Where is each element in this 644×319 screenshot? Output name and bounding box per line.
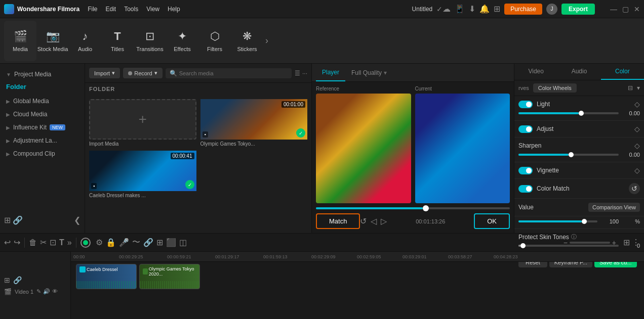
track-mute-icon[interactable]: 🔊 <box>43 288 50 295</box>
sidebar-link-btn[interactable]: 🔗 <box>13 215 23 225</box>
sidebar-add-btn[interactable]: ⊞ <box>4 215 11 225</box>
import-media-tile[interactable]: + Import Media <box>89 99 196 147</box>
purchase-button[interactable]: Purchase <box>504 4 542 15</box>
restore-button[interactable]: ▢ <box>622 5 629 13</box>
full-quality-label[interactable]: Full Quality <box>351 69 382 76</box>
track-eye-icon[interactable]: 👁 <box>52 288 58 295</box>
caeleb-tile[interactable]: 00:00:41 ✓ ▪ Caeleb Dressel makes ... <box>89 151 196 198</box>
caeleb-clip[interactable]: Caeleb Dressel <box>76 264 137 289</box>
light-keyframe-icon[interactable]: ◇ <box>634 100 640 108</box>
zoom-slider[interactable] <box>570 242 610 244</box>
tab-color[interactable]: Color <box>601 64 644 80</box>
toolbar-stickers[interactable]: ❋ Stickers <box>231 21 263 61</box>
toolbar-more-icon[interactable]: › <box>265 35 268 46</box>
search-box[interactable]: 🔍 <box>166 68 292 78</box>
shield-icon[interactable]: 🔒 <box>106 238 116 247</box>
sidebar-global-media[interactable]: ▶ Global Media <box>0 95 85 108</box>
tab-player[interactable]: Player <box>316 64 345 81</box>
menu-edit[interactable]: Edit <box>105 6 116 13</box>
comparison-view-button[interactable]: Comparison View <box>588 203 640 212</box>
vignette-keyframe-icon[interactable]: ◇ <box>634 166 640 174</box>
sharpen-slider[interactable] <box>518 154 619 156</box>
delete-icon[interactable]: 🗑 <box>29 238 37 247</box>
value-slider[interactable] <box>518 220 597 222</box>
export-button[interactable]: Export <box>561 4 595 15</box>
match-button[interactable]: Match <box>316 213 360 229</box>
subtabs-dropdown[interactable]: ▾ <box>637 84 640 92</box>
filter-icon[interactable]: ☰ <box>295 70 300 77</box>
toolbar-effects[interactable]: ✦ Effects <box>166 21 198 61</box>
sharpen-header: Sharpen ◇ <box>518 142 640 150</box>
sidebar-compound-clip[interactable]: ▶ Compound Clip <box>0 147 85 160</box>
track-edit-icon[interactable]: ✎ <box>36 288 41 295</box>
split-view-icon[interactable]: ⊟ <box>628 84 633 92</box>
color-match-toggle[interactable] <box>518 185 533 193</box>
sharpen-keyframe-icon[interactable]: ◇ <box>634 142 640 150</box>
skin-slider[interactable] <box>518 245 619 247</box>
split-track-icon[interactable]: ⊞ <box>156 238 163 247</box>
curves-subtab[interactable]: rves <box>518 85 529 91</box>
light-toggle[interactable] <box>518 101 533 108</box>
text-icon[interactable]: T <box>59 238 64 247</box>
toolbar-titles[interactable]: T Titles <box>101 21 134 61</box>
grid-view-icon[interactable]: ⊞ <box>623 238 630 247</box>
toolbar-transitions[interactable]: ⊡ Transitions <box>134 21 166 61</box>
preview-panel: Player Full Quality ▾ Reference Current <box>312 64 514 233</box>
tab-video[interactable]: Video <box>514 64 557 80</box>
color-match-reset-btn[interactable]: ↺ <box>629 183 640 194</box>
more-tools-icon[interactable]: » <box>67 238 72 247</box>
quality-dropdown-icon[interactable]: ▾ <box>384 69 387 76</box>
timeline-record-button[interactable] <box>80 238 91 248</box>
scissors-icon[interactable]: ✂ <box>40 238 47 247</box>
link-icon[interactable]: 🔗 <box>143 238 153 247</box>
crop-icon[interactable]: ⊡ <box>50 238 56 247</box>
olympic-games-tile[interactable]: 00:01:00 ✓ ▪ Olympic Games Tokyo... <box>200 99 308 147</box>
toolbar-media[interactable]: 🎬 Media <box>4 21 36 61</box>
toolbar-audio[interactable]: ♪ Audio <box>69 21 101 61</box>
color-wheels-button[interactable]: Color Wheels <box>533 83 577 93</box>
more-icon[interactable]: ··· <box>302 70 307 77</box>
sharpen-section: Sharpen ◇ 0.00 <box>514 138 644 162</box>
adjust-toggle-knob <box>526 126 532 132</box>
toolbar-stock-media[interactable]: 📷 Stock Media <box>36 21 69 61</box>
toolbar-filters[interactable]: ⬡ Filters <box>198 21 231 61</box>
sidebar-adjustment-layer[interactable]: ▶ Adjustment La... <box>0 134 85 147</box>
vignette-toggle[interactable] <box>518 167 533 174</box>
timeline-toolbar: ↩ ↪ 🗑 ✂ ⊡ T » ⚙ 🔒 🎤 〜 🔗 ⊞ ⬛ ◫ − + ⊞ ⋮ <box>0 234 644 252</box>
mic-icon[interactable]: 🎤 <box>119 238 129 247</box>
add-track-icon[interactable]: ⊞ <box>4 276 10 284</box>
adjust-toggle[interactable] <box>518 125 533 133</box>
sidebar-influence-kit[interactable]: ▶ Influence Kit NEW <box>0 121 85 134</box>
minimize-button[interactable]: — <box>610 5 617 13</box>
avatar[interactable]: J <box>546 4 557 15</box>
link-tracks-icon[interactable]: 🔗 <box>13 276 22 284</box>
value-slider-fill <box>518 220 582 222</box>
rotate-left-icon[interactable]: ↺ <box>360 216 367 226</box>
olympic-clip[interactable]: Olympic Games Tokyo 2020... <box>139 264 200 289</box>
light-slider[interactable] <box>518 112 619 114</box>
sidebar-cloud-media[interactable]: ▶ Cloud Media <box>0 108 85 121</box>
import-button[interactable]: Import ▾ <box>89 68 120 78</box>
menu-view[interactable]: View <box>146 6 159 13</box>
sidebar-project-media[interactable]: ▼ Project Media <box>0 68 85 81</box>
zoom-fit-icon[interactable]: ◫ <box>179 238 187 247</box>
preview-slider[interactable] <box>316 207 510 209</box>
adjust-keyframe-icon[interactable]: ◇ <box>634 125 640 133</box>
play-icon[interactable]: ▷ <box>381 216 387 226</box>
record-button[interactable]: Record ▾ <box>123 68 162 78</box>
close-button[interactable]: ✕ <box>634 5 640 13</box>
redo-icon[interactable]: ↪ <box>14 238 20 247</box>
timeline-more-icon[interactable]: ⋮ <box>632 238 640 247</box>
menu-help[interactable]: Help <box>168 6 180 13</box>
menu-file[interactable]: File <box>88 6 97 13</box>
pip-icon[interactable]: ⬛ <box>166 238 176 247</box>
waveform-icon[interactable]: 〜 <box>132 237 140 248</box>
settings-icon[interactable]: ⚙ <box>96 238 103 247</box>
menu-tools[interactable]: Tools <box>124 6 138 13</box>
search-input[interactable] <box>179 70 288 76</box>
tab-audio[interactable]: Audio <box>557 64 600 80</box>
undo-icon[interactable]: ↩ <box>4 238 11 247</box>
sidebar-collapse-btn[interactable]: ❮ <box>74 215 80 225</box>
step-back-icon[interactable]: ◁ <box>371 216 377 226</box>
ok-button[interactable]: OK <box>474 213 510 229</box>
